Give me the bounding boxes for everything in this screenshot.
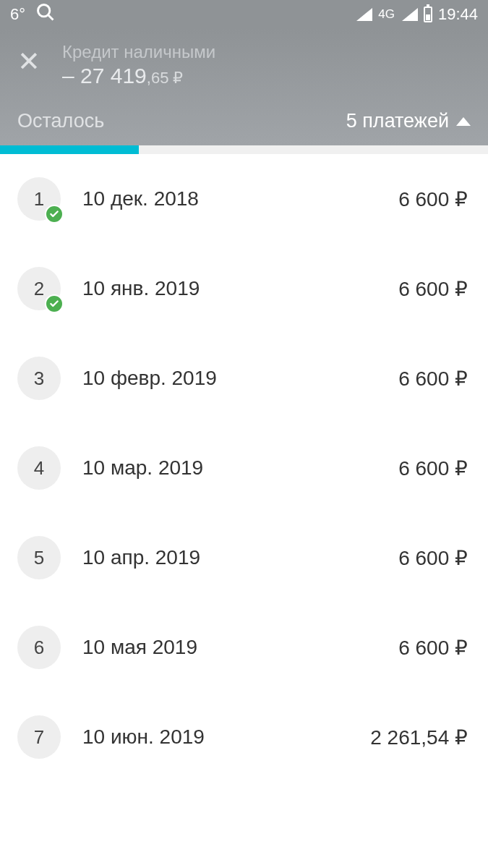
payment-date: 10 февр. 2019 (82, 367, 398, 390)
status-left: 6° (10, 2, 56, 27)
payment-date: 10 дек. 2018 (82, 187, 398, 210)
payment-number-circle: 7 (17, 715, 61, 759)
payment-number-circle: 1 (17, 177, 61, 221)
status-bar: 6° 4G 19:44 (0, 0, 488, 29)
payment-item[interactable]: 110 дек. 20186 600 ₽ (0, 154, 488, 244)
header-summary-row[interactable]: Осталось 5 платежей (17, 110, 471, 145)
payment-amount: 6 600 ₽ (398, 546, 468, 570)
search-icon[interactable] (35, 2, 56, 27)
payment-number-circle: 3 (17, 357, 61, 400)
payment-amount: 6 600 ₽ (398, 456, 468, 480)
payment-item[interactable]: 410 мар. 20196 600 ₽ (0, 423, 488, 513)
signal-icon-2 (402, 8, 418, 21)
payments-count-toggle[interactable]: 5 платежей (346, 110, 471, 132)
progress-fill (0, 145, 139, 154)
payment-item[interactable]: 310 февр. 20196 600 ₽ (0, 333, 488, 423)
payment-date: 10 июн. 2019 (82, 726, 370, 749)
header: ✕ Кредит наличными – 27 419,65 ₽ Осталос… (0, 29, 488, 145)
network-type: 4G (378, 7, 395, 22)
amount-cents: ,65 ₽ (147, 69, 184, 87)
payment-list: 110 дек. 20186 600 ₽210 янв. 20196 600 ₽… (0, 154, 488, 782)
clock: 19:44 (438, 5, 478, 24)
temperature-indicator: 6° (10, 5, 25, 24)
svg-point-0 (38, 5, 50, 17)
payment-item[interactable]: 210 янв. 20196 600 ₽ (0, 244, 488, 333)
payment-amount: 6 600 ₽ (398, 277, 468, 301)
payment-number-circle: 5 (17, 536, 61, 579)
battery-icon (424, 7, 432, 22)
close-icon[interactable]: ✕ (17, 48, 40, 75)
header-top: ✕ Кредит наличными – 27 419,65 ₽ (17, 42, 471, 88)
payment-date: 10 апр. 2019 (82, 546, 398, 569)
payment-item[interactable]: 710 июн. 20192 261,54 ₽ (0, 692, 488, 782)
loan-balance: – 27 419,65 ₽ (62, 64, 471, 88)
payment-date: 10 мая 2019 (82, 636, 398, 659)
payment-amount: 6 600 ₽ (398, 636, 468, 660)
payment-amount: 2 261,54 ₽ (370, 726, 468, 749)
payment-date: 10 янв. 2019 (82, 277, 398, 300)
payment-amount: 6 600 ₽ (398, 367, 468, 391)
payment-date: 10 мар. 2019 (82, 456, 398, 480)
progress-bar (0, 145, 488, 154)
loan-type-label: Кредит наличными (62, 42, 471, 62)
payment-number-circle: 6 (17, 626, 61, 669)
checkmark-icon (45, 205, 64, 224)
amount-main: – 27 419 (62, 64, 147, 88)
payment-item[interactable]: 510 апр. 20196 600 ₽ (0, 513, 488, 603)
signal-icon (356, 8, 372, 21)
header-title-block: Кредит наличными – 27 419,65 ₽ (62, 42, 471, 88)
status-right: 4G 19:44 (356, 5, 478, 24)
payment-amount: 6 600 ₽ (398, 187, 468, 211)
chevron-up-icon (456, 117, 471, 126)
payment-number-circle: 4 (17, 446, 61, 490)
payment-number-circle: 2 (17, 267, 61, 310)
svg-line-1 (48, 15, 53, 20)
payments-count-label: 5 платежей (346, 110, 449, 132)
checkmark-icon (45, 294, 64, 313)
remaining-label: Осталось (17, 110, 104, 132)
payment-item[interactable]: 610 мая 20196 600 ₽ (0, 603, 488, 692)
